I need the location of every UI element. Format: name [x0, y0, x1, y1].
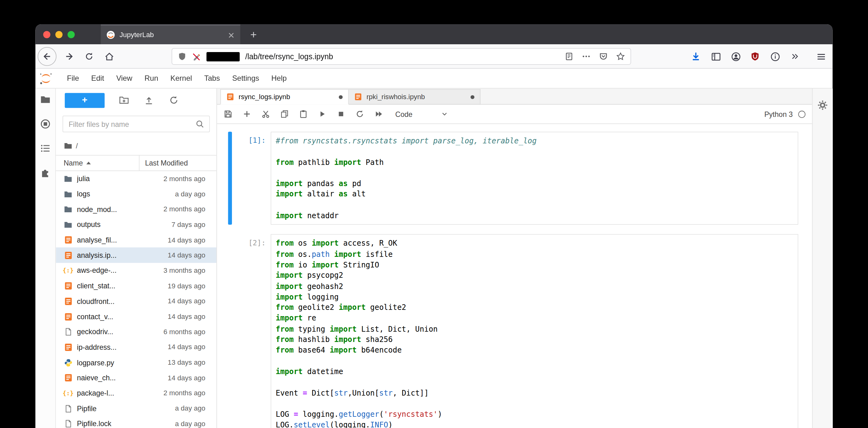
close-window-button[interactable] — [43, 31, 50, 38]
overflow-chevrons-icon[interactable] — [787, 49, 803, 64]
tab-close-icon[interactable]: ✕ — [227, 31, 235, 39]
file-row[interactable]: analyse_fil...14 days ago — [56, 232, 216, 247]
restart-icon[interactable] — [355, 110, 364, 118]
save-icon[interactable] — [223, 110, 232, 118]
refresh-icon[interactable] — [169, 95, 179, 105]
forward-icon[interactable] — [60, 47, 79, 66]
code-line: import logging — [276, 292, 793, 302]
cut-icon[interactable] — [261, 110, 270, 118]
sidebar-icon[interactable] — [708, 49, 724, 64]
code-line — [276, 398, 793, 409]
file-row[interactable]: julia2 months ago — [56, 171, 216, 186]
run-all-icon[interactable] — [374, 110, 383, 118]
browser-tab-jupyterlab[interactable]: JupyterLab ✕ — [101, 24, 240, 44]
menu-file[interactable]: File — [61, 74, 85, 83]
reader-mode-icon[interactable] — [564, 52, 574, 61]
file-name: Pipfile — [77, 404, 139, 413]
file-row[interactable]: Pipfile.locka day ago — [56, 416, 216, 428]
menu-items: FileEditViewRunKernelTabsSettingsHelp — [61, 74, 293, 83]
cell-collapser[interactable] — [228, 132, 232, 225]
menu-kernel[interactable]: Kernel — [164, 74, 198, 83]
code-line: import psycopg2 — [276, 270, 793, 281]
right-sidebar — [812, 89, 833, 428]
new-folder-icon[interactable] — [119, 95, 129, 105]
reload-icon[interactable] — [80, 47, 98, 66]
account-icon[interactable] — [728, 49, 744, 64]
file-row[interactable]: {:}package-l...2 months ago — [56, 386, 216, 401]
file-row[interactable]: geckodriv...6 months ago — [56, 324, 216, 339]
menu-run[interactable]: Run — [138, 74, 164, 83]
bookmark-star-icon[interactable] — [616, 52, 625, 61]
copy-icon[interactable] — [280, 110, 289, 118]
notebook-toolbar-icons — [223, 105, 383, 123]
file-name: julia — [77, 175, 139, 183]
file-modified: 13 days ago — [139, 359, 217, 367]
menu-view[interactable]: View — [110, 74, 138, 83]
file-row[interactable]: contact_v...14 days ago — [56, 309, 216, 324]
tracking-shield-icon[interactable] — [178, 52, 186, 61]
cell-collapser[interactable] — [228, 235, 232, 428]
permissions-blocked-icon[interactable] — [192, 52, 201, 61]
filter-files-input[interactable] — [63, 116, 210, 132]
menu-icon[interactable] — [813, 49, 829, 64]
menu-edit[interactable]: Edit — [85, 74, 110, 83]
add-icon[interactable] — [243, 110, 251, 118]
file-browser-icon[interactable] — [40, 94, 51, 105]
code-editor[interactable]: #from rsyncstats.rsyncstats import parse… — [271, 132, 798, 225]
notebook-icon — [64, 297, 72, 305]
file-row[interactable]: cloudfront...14 days ago — [56, 294, 216, 309]
file-row[interactable]: logparse.py13 days ago — [56, 355, 216, 370]
cell-type-dropdown[interactable]: Code — [395, 105, 448, 123]
file-row[interactable]: ip-address...14 days ago — [56, 339, 216, 355]
notebook-tab-rpki-riswhois[interactable]: rpki_riswhois.ipynb — [349, 89, 481, 105]
command-palette-icon[interactable] — [40, 143, 51, 154]
property-inspector-gear-icon[interactable] — [817, 100, 828, 111]
code-line: #from rsyncstats.rsyncstats import parse… — [276, 135, 793, 146]
page-actions-icon[interactable] — [581, 52, 590, 61]
run-icon[interactable] — [318, 110, 327, 118]
dirty-indicator[interactable] — [339, 95, 343, 98]
back-icon[interactable] — [38, 47, 56, 66]
extensions-icon[interactable] — [40, 167, 51, 178]
paste-icon[interactable] — [299, 110, 308, 118]
jupyter-favicon-icon — [106, 31, 115, 39]
new-launcher-button[interactable]: + — [65, 93, 105, 108]
minimize-window-button[interactable] — [56, 31, 63, 38]
column-last-modified[interactable]: Last Modified — [139, 156, 217, 171]
activity-bar — [35, 89, 56, 428]
file-row[interactable]: Pipfilea day ago — [56, 401, 216, 416]
zoom-window-button[interactable] — [68, 31, 75, 38]
file-row[interactable]: {:}aws-edge-...3 months ago — [56, 263, 216, 278]
pocket-icon[interactable] — [598, 52, 608, 61]
home-folder-icon[interactable] — [64, 141, 72, 150]
kernel-indicator[interactable]: Python 3 — [764, 105, 805, 123]
file-row[interactable]: analysis.ip...14 days ago — [56, 247, 216, 263]
file-row[interactable]: naieve_ch...14 days ago — [56, 370, 216, 386]
file-row[interactable]: node_mod...2 months ago — [56, 202, 216, 217]
code-line: import netaddr — [276, 210, 793, 221]
menu-settings[interactable]: Settings — [226, 74, 265, 83]
menu-tabs[interactable]: Tabs — [198, 74, 226, 83]
new-tab-button[interactable]: + — [246, 27, 261, 42]
code-editor[interactable]: from os import access, R_OKfrom os.path … — [271, 235, 798, 428]
running-sessions-icon[interactable] — [40, 118, 51, 130]
column-name[interactable]: Name — [56, 159, 139, 167]
file-row[interactable]: logsa day ago — [56, 186, 216, 202]
file-row[interactable]: outputs7 days ago — [56, 217, 216, 232]
menu-help[interactable]: Help — [265, 74, 293, 83]
notebook-tab-rsync-logs[interactable]: rsync_logs.ipynb — [220, 89, 349, 105]
ublock-icon[interactable] — [747, 49, 763, 64]
download-icon[interactable] — [688, 49, 704, 64]
page-info-icon[interactable] — [767, 49, 783, 64]
url-bar[interactable]: /lab/tree/rsync_logs.ipynb — [172, 48, 631, 64]
upload-icon[interactable] — [144, 95, 154, 105]
breadcrumb-root[interactable]: / — [76, 142, 78, 150]
browser-window: JupyterLab ✕ + /lab/tree/rsync_logs.ipyn… — [35, 24, 833, 428]
notebook-content: [1]:#from rsyncstats.rsyncstats import p… — [217, 124, 812, 428]
file-modified: 14 days ago — [139, 343, 217, 351]
dirty-indicator[interactable] — [470, 95, 474, 98]
home-icon[interactable] — [100, 47, 119, 66]
file-row[interactable]: client_stat...19 days ago — [56, 278, 216, 294]
stop-icon[interactable] — [337, 110, 345, 118]
file-icon — [64, 404, 72, 413]
